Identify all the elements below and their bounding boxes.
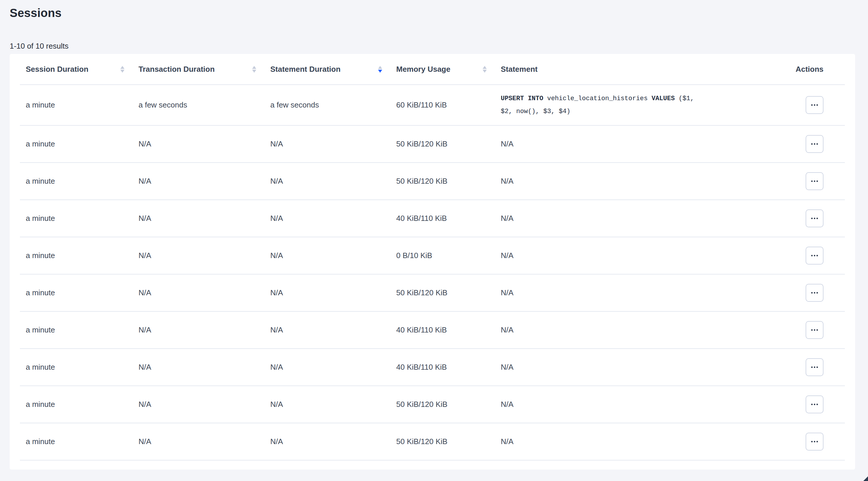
sessions-table: Session Duration Transaction Duration St… [20, 54, 845, 460]
session-actions-button[interactable] [806, 321, 824, 339]
cell-memory-usage: 40 KiB/110 KiB [396, 326, 501, 334]
session-actions-button[interactable] [806, 209, 824, 227]
cell-statement-duration: N/A [270, 400, 396, 409]
table-row: a minute N/A N/A 40 KiB/110 KiB N/A [20, 312, 845, 349]
cell-actions [776, 247, 845, 265]
ellipsis-icon [811, 366, 813, 368]
column-header-session-duration[interactable]: Session Duration [26, 65, 138, 74]
cell-memory-usage: 50 KiB/120 KiB [396, 400, 501, 409]
table-row: a minute N/A N/A 50 KiB/120 KiB N/A [20, 386, 845, 423]
cell-actions [776, 135, 845, 153]
cell-session-duration: a minute [26, 251, 138, 260]
cell-statement-duration: N/A [270, 251, 396, 260]
cell-statement-duration: N/A [270, 214, 396, 223]
table-row: a minute N/A N/A 40 KiB/110 KiB N/A [20, 349, 845, 386]
session-actions-button[interactable] [806, 172, 824, 190]
ellipsis-icon [811, 218, 813, 219]
cell-statement: N/A [501, 326, 776, 334]
sql-statement: UPSERT INTO vehicle_location_histories V… [501, 92, 700, 118]
cell-session-duration: a minute [26, 140, 138, 149]
sessions-table-card: Session Duration Transaction Duration St… [10, 54, 855, 470]
cell-transaction-duration: N/A [138, 177, 270, 186]
session-actions-button[interactable] [806, 358, 824, 376]
cell-statement-duration: a few seconds [270, 100, 396, 110]
cell-actions [776, 321, 845, 339]
session-actions-button[interactable] [806, 247, 824, 265]
page-title: Sessions [10, 0, 868, 20]
cell-actions [776, 172, 845, 190]
cell-session-duration: a minute [26, 177, 138, 186]
column-header-memory-usage[interactable]: Memory Usage [396, 65, 501, 74]
sort-icon [378, 66, 382, 73]
column-header-label: Transaction Duration [138, 65, 215, 74]
table-row: a minute N/A N/A 0 B/10 KiB N/A [20, 237, 845, 274]
table-row: a minute a few seconds a few seconds 60 … [20, 85, 845, 126]
cell-memory-usage: 40 KiB/110 KiB [396, 214, 501, 223]
cell-statement: N/A [501, 177, 776, 186]
column-header-label: Statement Duration [270, 65, 341, 74]
session-actions-button[interactable] [806, 284, 824, 302]
session-actions-button[interactable] [806, 96, 824, 114]
column-header-statement: Statement [501, 65, 776, 74]
session-actions-button[interactable] [806, 135, 824, 153]
ellipsis-icon [811, 441, 813, 442]
ellipsis-icon [811, 255, 813, 256]
cell-session-duration: a minute [26, 363, 138, 372]
cell-statement: N/A [501, 363, 776, 372]
ellipsis-icon [811, 292, 813, 294]
column-header-label: Actions [796, 65, 824, 74]
cell-memory-usage: 50 KiB/120 KiB [396, 437, 501, 446]
cell-actions [776, 209, 845, 227]
session-actions-button[interactable] [806, 395, 824, 413]
sort-icon [120, 66, 124, 73]
cell-statement: N/A [501, 214, 776, 223]
session-actions-button[interactable] [806, 433, 824, 451]
table-row: a minute N/A N/A 50 KiB/120 KiB N/A [20, 163, 845, 200]
column-header-label: Statement [501, 65, 538, 74]
cell-session-duration: a minute [26, 400, 138, 409]
cell-statement-duration: N/A [270, 288, 396, 297]
cell-statement: N/A [501, 400, 776, 409]
cell-session-duration: a minute [26, 214, 138, 223]
cell-transaction-duration: N/A [138, 363, 270, 372]
cell-session-duration: a minute [26, 437, 138, 446]
table-row: a minute N/A N/A 40 KiB/110 KiB N/A [20, 200, 845, 237]
cell-actions [776, 284, 845, 302]
cell-transaction-duration: N/A [138, 214, 270, 223]
table-row: a minute N/A N/A 50 KiB/120 KiB N/A [20, 126, 845, 163]
cell-actions [776, 395, 845, 413]
cell-session-duration: a minute [26, 100, 138, 110]
cell-memory-usage: 50 KiB/120 KiB [396, 177, 501, 186]
cell-memory-usage: 0 B/10 KiB [396, 251, 501, 260]
cell-statement-duration: N/A [270, 326, 396, 334]
sort-icon [483, 66, 487, 73]
ellipsis-icon [811, 104, 813, 106]
cell-statement: N/A [501, 251, 776, 260]
results-count: 1-10 of 10 results [10, 41, 868, 50]
cell-statement: UPSERT INTO vehicle_location_histories V… [501, 92, 776, 118]
cell-session-duration: a minute [26, 326, 138, 334]
cell-transaction-duration: N/A [138, 140, 270, 149]
cell-memory-usage: 50 KiB/120 KiB [396, 140, 501, 149]
cell-memory-usage: 60 KiB/110 KiB [396, 100, 501, 110]
cell-actions [776, 96, 845, 114]
cell-actions [776, 433, 845, 451]
cell-transaction-duration: N/A [138, 437, 270, 446]
sessions-page: Sessions 1-10 of 10 results Session Dura… [0, 0, 868, 470]
cell-statement: N/A [501, 140, 776, 149]
cell-transaction-duration: N/A [138, 326, 270, 334]
column-header-actions: Actions [776, 65, 845, 74]
column-header-label: Session Duration [26, 65, 88, 74]
cell-session-duration: a minute [26, 288, 138, 297]
table-header-row: Session Duration Transaction Duration St… [20, 54, 845, 85]
ellipsis-icon [811, 404, 813, 405]
cell-statement-duration: N/A [270, 177, 396, 186]
cell-actions [776, 358, 845, 376]
cell-statement: N/A [501, 288, 776, 297]
cell-statement-duration: N/A [270, 140, 396, 149]
table-row: a minute N/A N/A 50 KiB/120 KiB N/A [20, 274, 845, 312]
column-header-transaction-duration[interactable]: Transaction Duration [138, 65, 270, 74]
column-header-label: Memory Usage [396, 65, 451, 74]
ellipsis-icon [811, 329, 813, 331]
column-header-statement-duration[interactable]: Statement Duration [270, 65, 396, 74]
